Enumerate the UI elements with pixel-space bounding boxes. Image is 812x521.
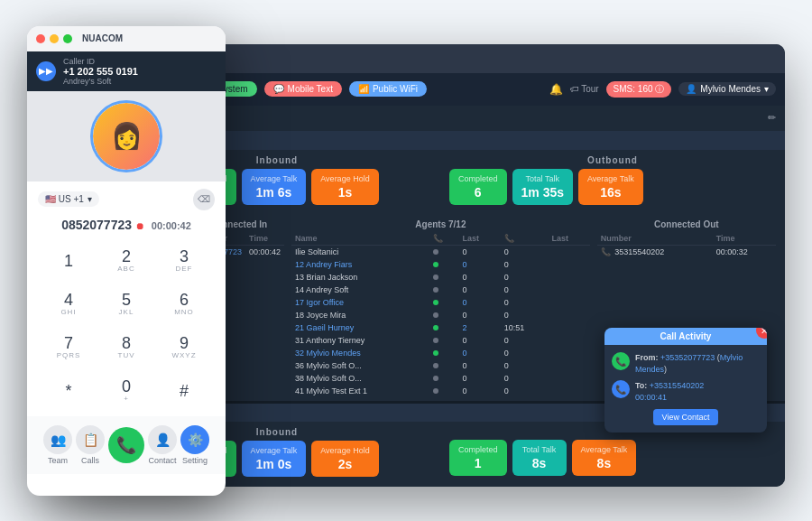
dialer-dot-yellow[interactable] (50, 34, 59, 43)
support-outbound-stats: Completed 1 Total Talk 8s Average Talk 8… (449, 440, 776, 476)
user-icon: 👤 (686, 84, 697, 94)
dial-key-4[interactable]: 4 GHI (42, 284, 96, 324)
key-num: # (180, 383, 189, 399)
tour-btn[interactable]: 🏷 Tour (570, 84, 599, 94)
user-pill[interactable]: 👤 Mylvio Mendes ▾ (678, 82, 776, 96)
dial-key-#[interactable]: # (157, 371, 211, 411)
agent-name: 21 Gaeil Hurney (291, 321, 429, 334)
calls-btn[interactable]: 📋 Calls (76, 425, 105, 465)
agent-calls: 2 (459, 321, 501, 334)
support-avg-talk-label: Average Talk (251, 446, 298, 455)
stat-avg-talk-label: Average Talk (251, 174, 298, 183)
dialer-caller-info: Caller ID +1 202 555 0191 Andrey's Soft (63, 57, 138, 86)
agent-calls: 0 (459, 245, 501, 258)
table-row: 18 Joyce Mira 0 0 (291, 309, 590, 321)
stat-avg-hold-value: 1s (320, 185, 369, 200)
agent-calls: 0 (459, 359, 501, 372)
dial-key-2[interactable]: 2 ABC (99, 241, 153, 281)
dialer-header-icon: ▶▶ (36, 61, 56, 81)
agent-calls: 0 (459, 385, 501, 397)
agent-last: 0 (501, 309, 549, 321)
key-num: 9 (180, 335, 189, 351)
table-row: 14 Andrey Soft 0 0 (291, 284, 590, 296)
connected-out-table: Number Time 📞 35315540202 (597, 232, 776, 258)
setting-btn[interactable]: ⚙️ Setting (180, 425, 209, 465)
key-num: 3 (180, 248, 189, 265)
support-total-talk: Total Talk 8s (512, 440, 567, 476)
popup-header: Call Activity (604, 328, 767, 345)
agent-calls: 0 (459, 372, 501, 385)
mobile-icon: 💬 (273, 84, 284, 94)
table-row: 17 Igor Office 0 0 (291, 296, 590, 309)
dialer-dot-red[interactable] (36, 34, 45, 43)
col-calls2: 📞 (501, 232, 549, 246)
call-to-icon: 📞 (612, 380, 630, 398)
dial-key-1[interactable]: 1 (42, 241, 96, 281)
table-row: 21 Gaeil Hurney 2 10:51 (291, 321, 590, 334)
support-out-completed-value: 1 (458, 456, 498, 470)
dial-key-8[interactable]: 8 TUV (99, 328, 153, 367)
agent-calls: 0 (459, 309, 501, 321)
dialer-header: ▶▶ Caller ID +1 202 555 0191 Andrey's So… (27, 51, 226, 91)
popup-body: 📞 From: +35352077723 (Mylvio Mendes) 📞 T… (604, 345, 767, 432)
calls-label: Calls (81, 456, 99, 465)
stat-total-talk: Total Talk 1m 35s (512, 169, 573, 205)
view-contact-btn[interactable]: View Contact (653, 409, 719, 425)
from-num: +35352077723 (660, 353, 715, 362)
agents-table: Name 📞 Last 📞 Last Ilie Soltanici (291, 232, 590, 397)
dial-key-*[interactable]: * (42, 371, 96, 411)
dial-key-5[interactable]: 5 JKL (99, 284, 153, 324)
agent-calls: 0 (459, 347, 501, 359)
setting-label: Setting (182, 456, 208, 465)
close-popup-btn[interactable]: ✕ (756, 328, 767, 339)
agent-last: 0 (501, 359, 549, 372)
dialer-input[interactable]: 0852077723 ⏺ 00:00:42 (27, 214, 226, 236)
dialer-window: NUACOM ▶▶ Caller ID +1 202 555 0191 Andr… (27, 26, 226, 496)
agent-last: 0 (501, 258, 549, 271)
agent-name: 36 Mylvio Soft O... (291, 359, 429, 372)
dialer-dot-green[interactable] (63, 34, 72, 43)
dial-key-7[interactable]: 7 PQRS (42, 328, 96, 367)
connected-in-time: 00:00:42 (245, 245, 284, 258)
agent-status (429, 296, 459, 309)
contact-btn[interactable]: 👤 Contact (148, 425, 177, 465)
tab-wifi[interactable]: 📶 Public WiFi (349, 81, 427, 97)
dial-key-9[interactable]: 9 WXYZ (157, 328, 211, 367)
agent-calls: 0 (459, 284, 501, 296)
team-btn[interactable]: 👥 Team (43, 425, 72, 465)
caller-id-label: Caller ID (63, 57, 138, 66)
agent-status (429, 347, 459, 359)
agent-status (429, 359, 459, 372)
pencil-icon[interactable]: ✏ (768, 112, 776, 124)
table-row: Ilie Soltanici 0 0 (291, 245, 590, 258)
agent-name: 32 Mylvio Mendes (291, 347, 429, 359)
dial-key-0[interactable]: 0 + (99, 371, 153, 411)
key-num: * (65, 383, 71, 399)
dial-key-6[interactable]: 6 MNO (157, 284, 211, 324)
tab-mobile-text[interactable]: 💬 Mobile Text (264, 81, 342, 97)
call-btn[interactable]: 📞 (108, 427, 144, 463)
stat-avg-hold-label: Average Hold (320, 174, 369, 183)
chevron-flag-icon: ▾ (88, 194, 92, 204)
agent-name: 14 Andrey Soft (291, 284, 429, 296)
stat-out-avg-talk-value: 16s (587, 185, 634, 200)
agent-last: 0 (501, 245, 549, 258)
agent-status (429, 334, 459, 347)
bell-icon[interactable]: 🔔 (549, 83, 563, 96)
sms-badge[interactable]: SMS: 160 ⓘ (606, 81, 672, 98)
agent-name: 12 Andrey Fiars (291, 258, 429, 271)
caller-number: +1 202 555 0191 (63, 66, 138, 77)
table-row: 13 Brian Jackson 0 0 (291, 271, 590, 284)
avatar: 👩 (93, 103, 160, 170)
support-outbound-col: Completed 1 Total Talk 8s Average Talk 8… (449, 427, 776, 482)
flag-pill[interactable]: 🇺🇸 US +1 ▾ (38, 191, 99, 207)
key-alpha: TUV (118, 351, 135, 359)
contact-icon: 👤 (148, 425, 177, 454)
dial-key-3[interactable]: 3 DEF (157, 241, 211, 281)
chevron-down-icon: ▾ (764, 84, 769, 94)
team-label: Team (48, 456, 68, 465)
agent-name: 41 Mylvio Test Ext 1 (291, 385, 429, 397)
clear-btn[interactable]: ⌫ (193, 189, 215, 210)
key-alpha: + (124, 395, 129, 403)
agent-status (429, 321, 459, 334)
